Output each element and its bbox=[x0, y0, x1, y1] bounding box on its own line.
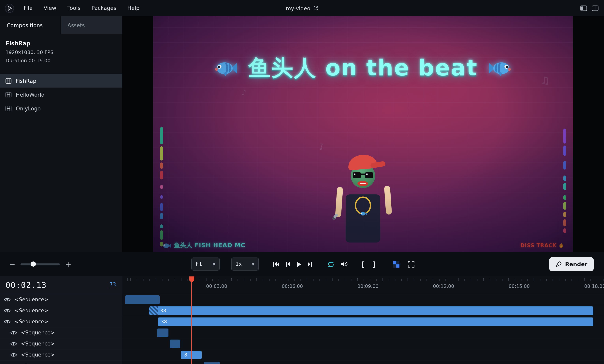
menu-tools[interactable]: Tools bbox=[62, 0, 86, 16]
visualizer-segment bbox=[160, 230, 163, 240]
eye-icon[interactable] bbox=[4, 308, 11, 313]
next-frame-button[interactable] bbox=[307, 262, 312, 267]
ruler-time-label: 00:18.00 bbox=[584, 284, 604, 289]
visualizer-segment bbox=[563, 212, 566, 217]
track-labels-column: <Sequence> <Sequence> <Sequence> <Sequen… bbox=[0, 294, 122, 364]
visualizer-segment bbox=[563, 176, 566, 181]
playback-speed-select[interactable]: 1x ▼ bbox=[231, 258, 259, 271]
timeline-clip[interactable] bbox=[125, 295, 160, 304]
zoom-in-button[interactable]: + bbox=[65, 260, 72, 269]
composition-info: FishRap 1920x1080, 30 FPS Duration 00:19… bbox=[0, 34, 122, 71]
zoom-out-button[interactable]: − bbox=[9, 260, 16, 269]
menu-packages[interactable]: Packages bbox=[86, 0, 122, 16]
menu-help[interactable]: Help bbox=[122, 0, 145, 16]
playback-controls-bar: − + Fit ▼ 1x ▼ bbox=[0, 252, 604, 276]
track-row[interactable]: 38 bbox=[122, 316, 604, 327]
zoom-slider[interactable] bbox=[21, 263, 60, 265]
track-label-row[interactable]: <Sequence> bbox=[0, 338, 122, 349]
loop-volume-group bbox=[327, 252, 348, 276]
visualizer-segment bbox=[563, 228, 566, 233]
timeline-ruler[interactable]: 00:03.0000:06.0000:09.0000:12.0000:15.00… bbox=[122, 276, 604, 294]
track-row[interactable] bbox=[122, 338, 604, 349]
timeline-clip[interactable] bbox=[204, 362, 220, 364]
film-icon bbox=[6, 92, 12, 97]
menu-file[interactable]: File bbox=[18, 0, 38, 16]
composition-item-fishrap[interactable]: FishRap bbox=[0, 74, 122, 88]
zoom-slider-handle[interactable] bbox=[31, 262, 36, 267]
fullscreen-button[interactable] bbox=[408, 261, 415, 268]
rocket-icon bbox=[556, 261, 562, 267]
track-label-row[interactable]: <Sequence> bbox=[0, 349, 122, 361]
set-in-point-button[interactable]: [ bbox=[361, 260, 365, 269]
sequence-label: <Sequence> bbox=[15, 308, 49, 314]
visualizer-segment bbox=[563, 146, 566, 156]
eye-icon[interactable] bbox=[10, 330, 17, 335]
visualizer-segment bbox=[563, 161, 566, 170]
badge-text: DISS TRACK bbox=[520, 242, 557, 249]
current-time-display: 00:02.13 bbox=[6, 280, 47, 290]
track-row[interactable] bbox=[122, 327, 604, 338]
film-icon bbox=[6, 105, 12, 111]
playback-speed-value: 1x bbox=[236, 261, 242, 267]
toggle-left-panel-icon[interactable] bbox=[580, 5, 587, 11]
track-label-row[interactable]: <Sequence> bbox=[0, 327, 122, 338]
volume-button[interactable] bbox=[341, 261, 348, 267]
sequence-label: <Sequence> bbox=[21, 363, 55, 364]
visualizer-segment bbox=[160, 195, 163, 199]
remotion-logo[interactable] bbox=[5, 3, 14, 13]
timeline-clip[interactable]: 38 bbox=[158, 317, 593, 326]
eye-icon[interactable] bbox=[10, 352, 17, 357]
loop-icon bbox=[327, 261, 335, 268]
transparency-toggle-button[interactable] bbox=[393, 261, 400, 268]
loop-toggle-button[interactable] bbox=[327, 261, 335, 268]
viz-left bbox=[160, 127, 163, 249]
toggle-right-panel-icon[interactable] bbox=[592, 5, 598, 11]
playhead-line bbox=[191, 282, 192, 364]
fish-icon bbox=[163, 242, 171, 249]
track-row[interactable] bbox=[122, 361, 604, 364]
previous-frame-button[interactable] bbox=[286, 262, 290, 267]
current-frame-display[interactable]: 73 bbox=[110, 282, 116, 288]
track-label-row[interactable]: <Sequence> bbox=[0, 361, 122, 364]
clip-duration-label: 38 bbox=[161, 319, 167, 325]
track-row[interactable]: 8 bbox=[122, 349, 604, 361]
set-out-point-button[interactable]: ] bbox=[372, 260, 376, 269]
menu-view[interactable]: View bbox=[38, 0, 62, 16]
timeline-clip[interactable]: 38 bbox=[149, 306, 593, 315]
visualizer-segment bbox=[160, 185, 163, 189]
timeline-header: 00:02.13 73 bbox=[0, 276, 122, 294]
render-button[interactable]: Render bbox=[549, 257, 594, 271]
project-title[interactable]: my-video bbox=[286, 5, 318, 11]
panel-toggles bbox=[580, 5, 598, 11]
visualizer-segment bbox=[563, 202, 566, 210]
track-row[interactable]: 38 bbox=[122, 305, 604, 316]
tab-compositions[interactable]: Compositions bbox=[0, 16, 60, 34]
sequence-label: <Sequence> bbox=[15, 297, 49, 302]
inout-group: [ ] bbox=[361, 252, 376, 276]
ruler-ticks-minor bbox=[122, 279, 604, 281]
composition-item-helloworld[interactable]: HelloWorld bbox=[0, 88, 122, 101]
timeline-clip[interactable] bbox=[170, 339, 180, 348]
play-button[interactable] bbox=[296, 261, 302, 267]
eye-icon[interactable] bbox=[4, 319, 11, 324]
checkerboard-icon bbox=[393, 261, 400, 268]
visualizer-segment bbox=[160, 163, 163, 169]
timeline-clip[interactable] bbox=[157, 328, 168, 337]
video-canvas[interactable]: ♪ ♫ ♪ 鱼头人 on the beat bbox=[153, 16, 573, 252]
tab-assets[interactable]: Assets bbox=[60, 16, 122, 34]
ruler-time-label: 00:09.00 bbox=[357, 284, 378, 289]
composition-item-onlylogo[interactable]: OnlyLogo bbox=[0, 101, 122, 115]
skip-to-start-button[interactable] bbox=[273, 262, 280, 267]
sequence-label: <Sequence> bbox=[15, 319, 49, 325]
eye-icon[interactable] bbox=[4, 297, 11, 302]
eye-icon[interactable] bbox=[10, 341, 17, 346]
track-label-row[interactable]: <Sequence> bbox=[0, 305, 122, 316]
composition-list: FishRap HelloWorld OnlyLogo bbox=[0, 74, 122, 115]
track-row[interactable] bbox=[122, 294, 604, 305]
project-name-label: my-video bbox=[286, 5, 311, 11]
canvas-size-select[interactable]: Fit ▼ bbox=[191, 258, 220, 271]
track-label-row[interactable]: <Sequence> bbox=[0, 316, 122, 327]
visualizer-segment bbox=[563, 195, 566, 200]
composition-name: FishRap bbox=[6, 40, 117, 47]
track-label-row[interactable]: <Sequence> bbox=[0, 294, 122, 305]
